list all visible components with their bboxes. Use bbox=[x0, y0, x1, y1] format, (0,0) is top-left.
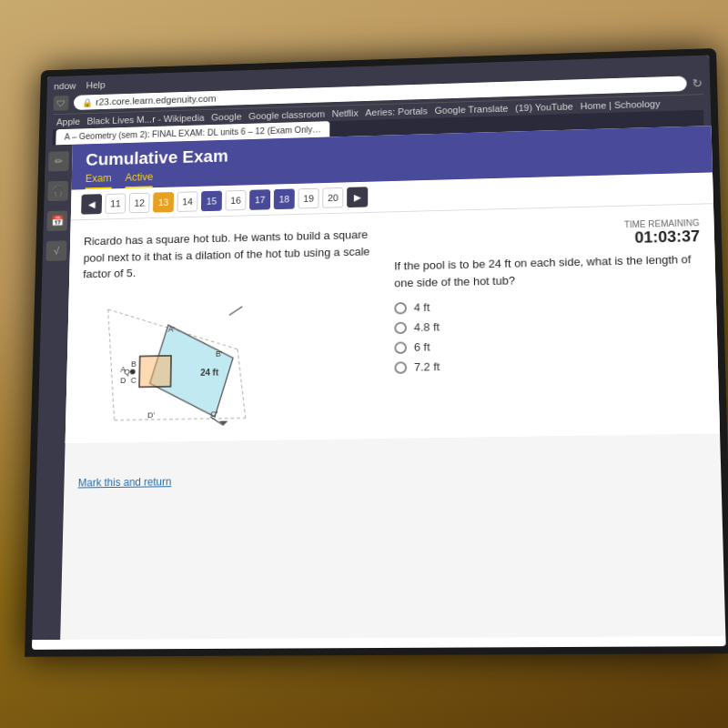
page-content: ✏ 🎧 📅 √ Cumulative Exam Exam Active bbox=[32, 126, 725, 640]
svg-rect-5 bbox=[139, 355, 171, 387]
svg-text:B': B' bbox=[216, 349, 223, 358]
nav-btn-14[interactable]: 14 bbox=[177, 191, 197, 212]
option-3[interactable]: 6 ft bbox=[394, 335, 703, 354]
diagram-container: A B D C A' B' C' D' bbox=[79, 288, 256, 429]
address-text: r23.core.learn.edgenuity.com bbox=[96, 94, 216, 107]
bookmark-blm[interactable]: Black Lives M...r - Wikipedia bbox=[86, 113, 204, 126]
mark-return-area: Mark this and return bbox=[64, 451, 722, 504]
question-text: Ricardo has a square hot tub. He wants t… bbox=[83, 226, 380, 282]
nav-next-button[interactable]: ▶ bbox=[347, 187, 368, 207]
svg-text:B: B bbox=[131, 359, 136, 369]
menu-window[interactable]: ndow bbox=[54, 81, 76, 92]
calendar-icon[interactable]: 📅 bbox=[46, 210, 67, 230]
svg-text:C: C bbox=[131, 375, 136, 384]
option-1[interactable]: 4 ft bbox=[394, 295, 702, 314]
nav-btn-20[interactable]: 20 bbox=[322, 187, 343, 208]
question-right: TIME REMAINING 01:03:37 If the pool is t… bbox=[394, 218, 704, 424]
option-2[interactable]: 4.8 ft bbox=[394, 315, 702, 334]
screen-content: ndow Help 🛡 🔒 r23.core.learn.edgenuity.c… bbox=[32, 56, 726, 650]
option-1-label: 4 ft bbox=[414, 300, 430, 314]
svg-line-3 bbox=[115, 418, 246, 420]
nav-prev-button[interactable]: ◀ bbox=[81, 194, 102, 214]
lock-icon: 🔒 bbox=[82, 97, 92, 106]
nav-btn-12[interactable]: 12 bbox=[129, 193, 150, 214]
option-3-label: 6 ft bbox=[414, 340, 430, 354]
radio-1[interactable] bbox=[394, 302, 407, 314]
svg-text:24 ft: 24 ft bbox=[200, 367, 219, 377]
answer-options: 4 ft 4.8 ft 6 ft bbox=[394, 295, 703, 374]
diagram-svg: A B D C A' B' C' D' bbox=[79, 288, 256, 429]
headphone-icon[interactable]: 🎧 bbox=[47, 181, 68, 201]
nav-btn-17[interactable]: 17 bbox=[249, 189, 270, 210]
bookmark-apple[interactable]: Apple bbox=[56, 116, 80, 127]
svg-text:Q: Q bbox=[124, 367, 130, 376]
menu-help[interactable]: Help bbox=[86, 80, 106, 90]
bookmark-aeries[interactable]: Aeries: Portals bbox=[365, 106, 428, 117]
svg-point-14 bbox=[130, 369, 136, 374]
option-2-label: 4.8 ft bbox=[414, 320, 440, 334]
tab-active[interactable]: Active bbox=[125, 171, 153, 188]
sqrt-icon[interactable]: √ bbox=[46, 240, 66, 261]
svg-line-1 bbox=[106, 308, 116, 420]
bookmark-google[interactable]: Google bbox=[211, 111, 242, 122]
bookmark-translate[interactable]: Google Translate bbox=[435, 103, 509, 115]
nav-btn-19[interactable]: 19 bbox=[298, 188, 319, 209]
option-4[interactable]: 7.2 ft bbox=[394, 355, 703, 374]
bookmark-schoology[interactable]: Home | Schoology bbox=[581, 98, 661, 111]
app-layout: ✏ 🎧 📅 √ Cumulative Exam Exam Active bbox=[32, 126, 725, 640]
svg-line-2 bbox=[237, 349, 246, 418]
radio-4[interactable] bbox=[394, 361, 407, 374]
nav-btn-15[interactable]: 15 bbox=[201, 191, 222, 212]
nav-btn-11[interactable]: 11 bbox=[105, 193, 126, 214]
tab-exam[interactable]: Exam bbox=[86, 172, 112, 189]
bookmark-netflix[interactable]: Netflix bbox=[332, 108, 359, 119]
svg-text:D': D' bbox=[147, 410, 155, 420]
timer-area: TIME REMAINING 01:03:37 bbox=[394, 218, 700, 253]
radio-3[interactable] bbox=[394, 341, 407, 354]
svg-text:A': A' bbox=[168, 324, 176, 333]
bookmark-classroom[interactable]: Google classroom bbox=[248, 109, 325, 121]
radio-2[interactable] bbox=[394, 321, 407, 334]
nav-btn-16[interactable]: 16 bbox=[225, 190, 246, 211]
laptop-screen-bezel: ndow Help 🛡 🔒 r23.core.learn.edgenuity.c… bbox=[25, 48, 728, 657]
question-area: Ricardo has a square hot tub. He wants t… bbox=[66, 204, 720, 443]
nav-btn-13[interactable]: 13 bbox=[153, 192, 174, 213]
shield-icon[interactable]: 🛡 bbox=[54, 96, 69, 111]
pencil-icon[interactable]: ✏ bbox=[48, 151, 69, 171]
option-4-label: 7.2 ft bbox=[414, 360, 440, 374]
refresh-icon[interactable]: ↻ bbox=[692, 76, 703, 90]
svg-text:D: D bbox=[120, 376, 126, 385]
nav-btn-18[interactable]: 18 bbox=[274, 188, 295, 209]
mark-return-link[interactable]: Mark this and return bbox=[78, 475, 172, 489]
bookmark-youtube[interactable]: (19) YouTube bbox=[515, 101, 573, 113]
answer-question-text: If the pool is to be 24 ft on each side,… bbox=[394, 251, 701, 291]
svg-line-17 bbox=[229, 306, 242, 315]
question-left: Ricardo has a square hot tub. He wants t… bbox=[79, 226, 380, 429]
main-area: Cumulative Exam Exam Active ◀ 11 12 13 1… bbox=[60, 126, 725, 640]
